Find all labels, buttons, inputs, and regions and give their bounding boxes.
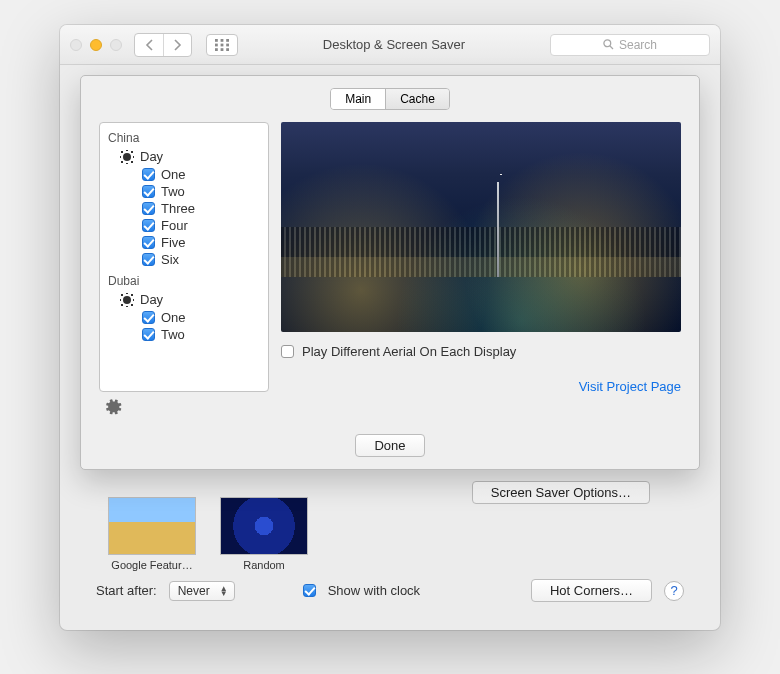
search-input[interactable]: Search bbox=[550, 34, 710, 56]
play-different-checkbox[interactable] bbox=[281, 345, 294, 358]
list-item[interactable]: Two bbox=[100, 326, 268, 343]
svg-rect-7 bbox=[221, 48, 224, 51]
zoom-window-button[interactable] bbox=[110, 39, 122, 51]
svg-rect-1 bbox=[221, 39, 224, 42]
titlebar: Desktop & Screen Saver Search bbox=[60, 25, 720, 65]
thumb-random[interactable]: Random bbox=[220, 497, 308, 571]
tab-main[interactable]: Main bbox=[331, 89, 385, 109]
svg-point-9 bbox=[604, 40, 611, 47]
close-window-button[interactable] bbox=[70, 39, 82, 51]
svg-rect-3 bbox=[215, 43, 218, 46]
svg-rect-6 bbox=[215, 48, 218, 51]
prefs-window: Desktop & Screen Saver Search Screen Sav… bbox=[60, 25, 720, 630]
svg-rect-0 bbox=[215, 39, 218, 42]
checkbox[interactable] bbox=[142, 219, 155, 232]
checkbox[interactable] bbox=[142, 168, 155, 181]
nav-back-forward bbox=[134, 33, 192, 57]
svg-rect-2 bbox=[226, 39, 229, 42]
thumb-image bbox=[220, 497, 308, 555]
checkbox[interactable] bbox=[142, 185, 155, 198]
bottom-bar: Start after: Never ▲▼ Show with clock Ho… bbox=[96, 579, 684, 602]
section-day[interactable]: Day bbox=[100, 290, 268, 309]
screensaver-thumbnails: Google Featur… Random bbox=[108, 497, 308, 571]
thumb-label: Random bbox=[220, 559, 308, 571]
minimize-window-button[interactable] bbox=[90, 39, 102, 51]
sun-icon bbox=[120, 150, 134, 164]
sun-icon bbox=[120, 293, 134, 307]
gear-icon[interactable] bbox=[105, 398, 263, 416]
options-sheet: Main Cache China Day One Two Three bbox=[80, 75, 700, 470]
checkbox[interactable] bbox=[142, 328, 155, 341]
select-stepper-icon: ▲▼ bbox=[220, 586, 228, 596]
start-after-select[interactable]: Never ▲▼ bbox=[169, 581, 235, 601]
show-with-clock-checkbox[interactable] bbox=[303, 584, 316, 597]
content-area: Screen Saver Options… Google Featur… Ran… bbox=[60, 65, 720, 630]
group-header: Dubai bbox=[100, 272, 268, 290]
list-item[interactable]: Five bbox=[100, 234, 268, 251]
window-title: Desktop & Screen Saver bbox=[246, 37, 542, 52]
start-after-label: Start after: bbox=[96, 583, 157, 598]
sheet-tabs: Main Cache bbox=[330, 88, 450, 110]
checkbox[interactable] bbox=[142, 202, 155, 215]
forward-button[interactable] bbox=[163, 34, 191, 56]
thumb-image bbox=[108, 497, 196, 555]
back-button[interactable] bbox=[135, 34, 163, 56]
traffic-lights bbox=[70, 39, 122, 51]
thumb-label: Google Featur… bbox=[108, 559, 196, 571]
list-item[interactable]: Four bbox=[100, 217, 268, 234]
checkbox[interactable] bbox=[142, 236, 155, 249]
group-header: China bbox=[100, 129, 268, 147]
tab-cache[interactable]: Cache bbox=[385, 89, 449, 109]
checkbox[interactable] bbox=[142, 253, 155, 266]
section-day[interactable]: Day bbox=[100, 147, 268, 166]
play-different-label: Play Different Aerial On Each Display bbox=[302, 344, 516, 359]
screen-saver-options-button[interactable]: Screen Saver Options… bbox=[472, 481, 650, 504]
list-item[interactable]: Three bbox=[100, 200, 268, 217]
list-item[interactable]: Two bbox=[100, 183, 268, 200]
list-item[interactable]: Six bbox=[100, 251, 268, 268]
list-item[interactable]: One bbox=[100, 309, 268, 326]
start-after-value: Never bbox=[178, 584, 210, 598]
svg-line-10 bbox=[610, 46, 613, 49]
show-all-button[interactable] bbox=[206, 34, 238, 56]
show-with-clock-label: Show with clock bbox=[328, 583, 420, 598]
svg-rect-4 bbox=[221, 43, 224, 46]
visit-project-link[interactable]: Visit Project Page bbox=[579, 379, 681, 394]
svg-rect-8 bbox=[226, 48, 229, 51]
search-icon bbox=[603, 39, 614, 50]
checkbox[interactable] bbox=[142, 311, 155, 324]
aerial-tree[interactable]: China Day One Two Three Four Five Six Du… bbox=[99, 122, 269, 392]
done-button[interactable]: Done bbox=[355, 434, 424, 457]
thumb-google-featured[interactable]: Google Featur… bbox=[108, 497, 196, 571]
list-item[interactable]: One bbox=[100, 166, 268, 183]
search-placeholder: Search bbox=[619, 38, 657, 52]
aerial-preview bbox=[281, 122, 681, 332]
help-button[interactable]: ? bbox=[664, 581, 684, 601]
svg-rect-5 bbox=[226, 43, 229, 46]
hot-corners-button[interactable]: Hot Corners… bbox=[531, 579, 652, 602]
